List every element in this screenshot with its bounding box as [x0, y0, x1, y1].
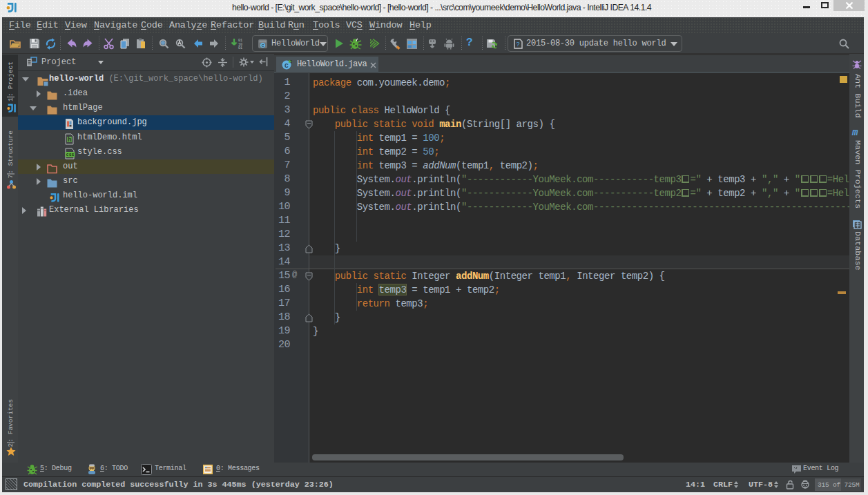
svg-text:c: c — [262, 43, 264, 48]
svg-text:h: h — [68, 137, 71, 144]
svg-text:?: ? — [517, 41, 520, 48]
svg-text:css: css — [66, 153, 75, 157]
svg-text:01: 01 — [238, 46, 242, 50]
svg-text:C: C — [284, 62, 289, 70]
